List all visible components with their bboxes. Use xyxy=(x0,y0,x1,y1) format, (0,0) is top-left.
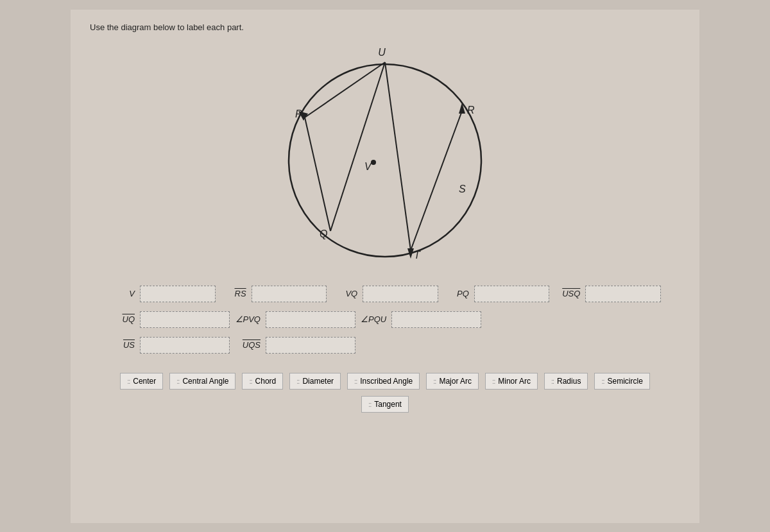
v-label: V xyxy=(109,289,135,298)
drag-item-chord[interactable]: :: Chord xyxy=(242,373,283,390)
svg-line-1 xyxy=(305,117,330,231)
lpvq-label: ∠PVQ xyxy=(235,314,261,324)
label-row-3: US UQS xyxy=(109,337,661,354)
drag-dots-center: :: xyxy=(127,377,130,385)
svg-marker-7 xyxy=(459,103,465,114)
drag-dots-radius: :: xyxy=(551,377,554,385)
drag-label-major-arc: Major Arc xyxy=(439,377,472,386)
diagram-area: U P R V Q T S xyxy=(90,42,680,273)
drag-label-central-angle: Central Angle xyxy=(182,377,228,386)
drag-dots-diameter: :: xyxy=(296,377,299,385)
label-row-1: V RS VQ PQ USQ xyxy=(109,286,661,302)
svg-line-4 xyxy=(385,62,411,250)
labels-section: V RS VQ PQ USQ UQ ∠PVQ ∠PQU US UQS xyxy=(90,286,680,354)
drag-label-minor-arc: Minor Arc xyxy=(498,377,531,386)
drag-label-diameter: Diameter xyxy=(302,377,334,386)
drag-label-semicircle: Semicircle xyxy=(608,377,643,386)
drop-box-rs[interactable] xyxy=(252,286,327,302)
drag-dots-central-angle: :: xyxy=(176,377,179,385)
drag-dots-chord: :: xyxy=(249,377,252,385)
svg-point-0 xyxy=(289,64,481,257)
drag-label-center: Center xyxy=(133,377,156,386)
drag-label-inscribed-angle: Inscribed Angle xyxy=(360,377,413,386)
drag-dots-major-arc: :: xyxy=(433,377,436,385)
drag-item-tangent[interactable]: :: Tangent xyxy=(361,396,409,413)
svg-text:S: S xyxy=(459,184,466,194)
svg-line-2 xyxy=(305,62,385,117)
diagram-svg: U P R V Q T S xyxy=(263,42,507,273)
drag-item-semicircle[interactable]: :: Semicircle xyxy=(594,373,649,390)
vq-label: VQ xyxy=(332,289,357,298)
drag-label-radius: Radius xyxy=(557,377,581,386)
drag-item-major-arc[interactable]: :: Major Arc xyxy=(426,373,479,390)
drag-dots-inscribed-angle: :: xyxy=(354,377,357,385)
drag-dots-tangent: :: xyxy=(368,400,371,408)
usq-label: USQ xyxy=(554,289,580,298)
lpqu-label: ∠PQU xyxy=(361,314,386,324)
drag-dots-minor-arc: :: xyxy=(492,377,495,385)
svg-text:R: R xyxy=(467,105,475,116)
drop-box-uqs[interactable] xyxy=(266,337,355,354)
svg-text:Q: Q xyxy=(320,228,327,239)
svg-text:V: V xyxy=(364,161,372,172)
drop-box-lpvq[interactable] xyxy=(266,311,355,328)
uq-label: UQ xyxy=(109,314,135,324)
uqs-label: UQS xyxy=(235,340,261,350)
drag-item-minor-arc[interactable]: :: Minor Arc xyxy=(485,373,538,390)
rs-label: RS xyxy=(221,289,246,298)
drag-item-diameter[interactable]: :: Diameter xyxy=(289,373,341,390)
svg-text:P: P xyxy=(295,108,302,119)
drop-box-us[interactable] xyxy=(140,337,230,354)
drag-item-center[interactable]: :: Center xyxy=(120,373,163,390)
drag-item-inscribed-angle[interactable]: :: Inscribed Angle xyxy=(347,373,420,390)
drag-label-chord: Chord xyxy=(255,377,277,386)
drag-label-tangent: Tangent xyxy=(374,400,402,409)
svg-line-6 xyxy=(411,111,462,250)
svg-line-3 xyxy=(330,62,385,231)
svg-text:U: U xyxy=(378,47,386,58)
instruction-text: Use the diagram below to label each part… xyxy=(90,22,680,32)
svg-point-5 xyxy=(371,160,376,165)
drop-box-uq[interactable] xyxy=(140,311,230,328)
drag-item-radius[interactable]: :: Radius xyxy=(544,373,588,390)
pq-label: PQ xyxy=(443,289,469,298)
drag-dots-semicircle: :: xyxy=(601,377,604,385)
drop-box-v[interactable] xyxy=(140,286,216,302)
drop-box-lpqu[interactable] xyxy=(391,311,481,328)
label-row-2: UQ ∠PVQ ∠PQU xyxy=(109,311,661,328)
us-label: US xyxy=(109,340,135,350)
drag-items-row: :: Center :: Central Angle :: Chord :: D… xyxy=(90,373,680,413)
main-container: Use the diagram below to label each part… xyxy=(71,10,699,523)
drag-item-central-angle[interactable]: :: Central Angle xyxy=(169,373,235,390)
drop-box-pq[interactable] xyxy=(474,286,550,302)
drop-box-usq[interactable] xyxy=(585,286,661,302)
drop-box-vq[interactable] xyxy=(363,286,438,302)
svg-text:T: T xyxy=(414,250,421,261)
